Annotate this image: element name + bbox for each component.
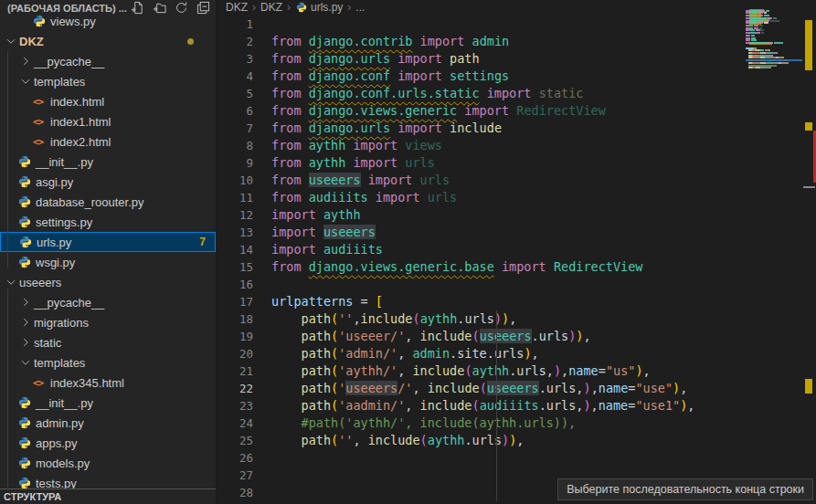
code-line[interactable]: 22 path('useeers/', include(useeers.urls… [217,380,747,397]
code-line[interactable]: 19 path('useeer/', include(useeers.urls)… [217,328,747,345]
html-icon: <> [33,377,49,389]
code-line[interactable]: 12import aythh [217,206,747,224]
editor-indent-guide [496,310,497,501]
line-number: 21 [217,362,253,380]
tree-indent-guide [7,289,8,488]
tree-item--pycache-[interactable]: __pycache__ [0,292,216,312]
tree-item--init-py[interactable]: __init__.py [0,393,216,413]
code-line[interactable]: 14import audiiits [217,241,747,258]
code-line[interactable]: 26 [217,449,747,467]
code-line[interactable]: 1 [217,16,747,33]
line-number: 8 [217,137,253,154]
code-line[interactable]: 6from django.views.generic import Redire… [217,102,747,120]
new-file-icon[interactable] [130,1,144,16]
code-line[interactable]: 7from django.urls import include [217,120,747,137]
minimap-code-line [769,49,770,51]
minimap-code-line [758,22,763,24]
tree-item--init-py[interactable]: __init__.py [0,152,216,172]
breadcrumb-separator: › [285,1,292,14]
code-line[interactable]: 9from aythh import urls [217,154,747,172]
code-line[interactable]: 13import useeers [217,224,747,241]
code-line[interactable]: 20 path('admin/', admin.site.urls), [217,345,747,362]
code-line[interactable]: 23 path('aadmin/', include(audiiits.urls… [217,397,747,415]
tree-item-wsgi-py[interactable]: wsgi.py [0,252,216,272]
tree-item-database-roouter-py[interactable]: database_roouter.py [0,192,216,212]
tree-item-templates[interactable]: templates [0,71,216,91]
vscode-window: (РАБОЧАЯ ОБЛАСТЬ) ... views.pyDKZ__pycac… [0,0,816,504]
line-content: from django.urls import path [253,50,480,68]
code-line[interactable]: 10from useeers import urls [217,172,747,189]
code-line[interactable]: 11from audiiits import urls [217,189,747,206]
minimap-code-line [746,47,754,49]
breadcrumb-item[interactable]: DKZ [226,1,248,14]
line-number: 18 [217,310,253,328]
line-number: 13 [217,224,253,241]
outline-section-header[interactable]: СТРУКТУРА [0,488,216,504]
line-content: path('useeers/', include(useeers.urls,),… [253,380,687,397]
minimap-code-line [765,20,769,22]
tree-item-index2-html[interactable]: <>index2.html [0,131,216,152]
tree-item-index345-html[interactable]: <>index345.html [0,373,216,393]
tree-item-static[interactable]: static [0,332,216,352]
minimap-code-line [759,25,763,26]
code-line[interactable]: 17urlpatterns = [ [217,293,747,310]
line-content: from aythh import urls [253,154,435,172]
tree-item-apps-py[interactable]: apps.py [0,433,216,453]
tree-item-migrations[interactable]: migrations [0,312,216,332]
line-number: 22 [217,380,253,397]
breadcrumb-label: DKZ [226,1,248,14]
minimap-code-line [764,12,767,14]
tree-item-index1-html[interactable]: <>index1.html [0,111,216,131]
refresh-icon[interactable] [174,1,188,16]
chevron-right-icon [18,296,33,309]
minimap-code-line [764,22,769,24]
minimap-code-line [766,10,769,12]
tree-item--pycache-[interactable]: __pycache__ [0,51,216,71]
code-line[interactable]: 8from aythh import views [217,137,747,154]
tree-item-useeers[interactable]: useeers [0,272,216,292]
minimap-code-line [760,10,765,12]
tree-item-index-html[interactable]: <>index.html [0,91,216,111]
line-content [253,484,271,501]
code-line[interactable]: 16 [217,276,747,293]
tree-item-dkz[interactable]: DKZ [0,31,216,51]
minimap[interactable] [746,7,802,190]
line-number: 27 [217,467,253,484]
code-line[interactable]: 25 path('', include(aythh.urls)), [217,432,747,449]
tree-item-asgi-py[interactable]: asgi.py [0,172,216,192]
breadcrumb-label: DKZ [260,1,282,14]
code-line[interactable]: 5from django.conf.urls.static import sta… [217,85,747,102]
breadcrumb-item[interactable]: ... [355,1,365,14]
tree-item-admin-py[interactable]: admin.py [0,413,216,433]
file-tree: views.pyDKZ__pycache__templates<>index.h… [0,11,216,493]
breadcrumb-item[interactable]: urls.py [295,1,343,14]
python-icon [18,416,35,429]
minimap-code-line [774,42,783,44]
code-line[interactable]: 21 path('aythh/', include(aythh.urls,),n… [217,362,747,380]
overview-ruler[interactable] [802,0,816,504]
python-icon [33,15,49,27]
tree-item-urls-py[interactable]: urls.py7 [0,232,216,252]
breadcrumb-item[interactable]: DKZ [260,1,282,14]
code-editor[interactable]: 12from django.contrib import admin3from … [217,16,747,501]
new-folder-icon[interactable] [152,1,166,16]
minimap-code-line [756,47,757,49]
code-line[interactable]: 4from django.conf import settings [217,68,747,85]
tree-item-models-py[interactable]: models.py [0,453,216,473]
explorer-section-header[interactable]: (РАБОЧАЯ ОБЛАСТЬ) ... [0,0,216,15]
minimap-code-line [767,62,773,64]
python-icon [18,155,35,168]
tree-item-settings-py[interactable]: settings.py [0,212,216,232]
code-line[interactable]: 15from django.views.generic.base import … [217,258,747,276]
line-content: path('aadmin/', include(audiiits.urls,),… [253,397,694,415]
python-icon [18,256,35,268]
modified-dot-icon [187,38,194,45]
code-line[interactable]: 24 #path('aythh/', include(aythh.urls)), [217,415,747,432]
code-line[interactable]: 3from django.urls import path [217,50,747,68]
code-line[interactable]: 2from django.contrib import admin [217,33,747,50]
code-line[interactable]: 18 path('',include(aythh.urls)), [217,310,747,328]
tree-item-templates[interactable]: templates [0,352,216,373]
minimap-code-line [746,37,750,39]
collapse-all-icon[interactable] [196,1,210,16]
line-number: 3 [217,50,253,68]
